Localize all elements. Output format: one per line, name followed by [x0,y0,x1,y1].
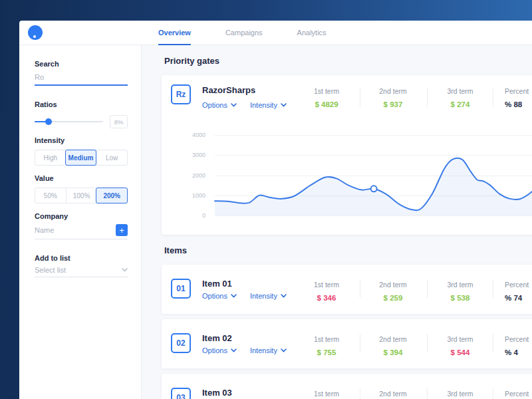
card-title: Item 03 [202,388,232,398]
search-input[interactable]: Ro [35,73,128,86]
item-card-03[interactable]: 03 Item 03 Options Intensity 1st t [162,374,532,399]
company-label: Company [35,212,128,220]
tab-campaigns[interactable]: Campaigns [225,21,263,45]
card-badge: 03 [171,388,191,399]
chevron-down-icon [231,348,237,352]
item-card-01[interactable]: 01 Item 01 Options Intensity 1st t [162,265,532,314]
intensity-dropdown[interactable]: Intensity [250,346,287,354]
chevron-down-icon [281,294,287,298]
term-label: 1st term [293,335,360,343]
intensity-label: Intensity [35,136,128,144]
chart-ytick-label: 3000 [171,152,205,158]
percent-label: Percent [505,335,532,343]
section-title-items: Items [164,245,532,255]
ratio-slider-thumb[interactable] [45,118,52,125]
percent-column: Percent % 4 [493,335,532,356]
term-label: 1st term [293,390,360,398]
options-dropdown-label: Options [202,292,227,300]
percent-value: % 74 [505,294,532,302]
percent-value: % 88 [505,100,532,108]
term-column-3: 3rd term [427,390,493,399]
options-dropdown-label: Options [202,346,227,354]
options-dropdown-label: Options [202,101,227,109]
chevron-down-icon [281,103,287,107]
percent-column: Percent [493,390,532,399]
ratio-value-box: 8% [110,115,128,128]
item-card-02[interactable]: 02 Item 02 Options Intensity 1st t [162,319,532,368]
term-label: 1st term [293,281,360,289]
main-content: Priority gates Rz RazorSharps Options In… [142,45,532,399]
intensity-dropdown-label: Intensity [250,346,277,354]
intensity-option-low[interactable]: Low [96,150,127,165]
value-option-50[interactable]: 50% [35,188,66,203]
company-input[interactable]: Name [35,226,54,234]
search-label: Search [35,60,128,68]
chart-ytick-label: 4000 [171,132,205,138]
term-column-1: 1st term [293,390,360,399]
intensity-option-medium[interactable]: Medium [65,150,97,166]
percent-label: Percent [505,390,532,398]
term-label: 2nd term [360,335,426,343]
term-column-1: 1st term $ 755 [293,335,360,356]
chevron-down-icon [122,268,128,272]
options-dropdown[interactable]: Options [202,101,237,109]
term-column-2: 2nd term $ 394 [360,335,426,356]
value-option-100[interactable]: 100% [66,188,97,203]
term-value: $ 394 [360,348,426,356]
options-dropdown[interactable]: Options [202,292,237,300]
company-input-row: Name + [35,224,128,239]
chevron-down-icon [231,294,237,298]
term-column-3: 3rd term $ 274 [427,87,493,108]
term-value: $ 538 [427,294,493,302]
term-value: $ 755 [293,348,360,356]
priority-card-razorsharps[interactable]: Rz RazorSharps Options Intensity 1 [162,75,532,235]
term-value: $ 274 [427,100,493,108]
card-title: Item 02 [202,333,232,343]
term-column-1: 1st term $ 346 [293,281,360,302]
percent-label: Percent [505,87,532,95]
options-dropdown[interactable]: Options [202,346,237,354]
term-label: 2nd term [360,87,426,95]
term-label: 3rd term [427,281,493,289]
chevron-down-icon [231,103,237,107]
card-badge: 01 [171,279,191,299]
term-label: 2nd term [360,390,426,398]
term-column-1: 1st term $ 4829 [293,87,360,108]
app-logo-icon[interactable] [28,25,43,40]
intensity-option-high[interactable]: High [35,150,66,165]
chart-ytick-label: 1000 [171,192,205,199]
add-company-button[interactable]: + [116,224,128,236]
main-nav: Overview Campaigns Analytics [158,21,532,45]
card-badge: Rz [171,84,191,104]
ratio-slider-track[interactable] [35,121,103,122]
add-to-list-placeholder: Select list [35,266,66,274]
percent-column: Percent % 88 [493,87,532,108]
filter-sidebar: Search Ro Ratios 8% Intensity High Mediu… [19,45,142,399]
intensity-dropdown[interactable]: Intensity [250,101,287,109]
intensity-dropdown[interactable]: Intensity [250,292,287,300]
term-column-2: 2nd term $ 259 [360,281,426,302]
intensity-segmented-control: High Medium Low [35,150,128,166]
term-label: 3rd term [427,390,493,398]
term-column-3: 3rd term $ 544 [427,335,493,356]
intensity-dropdown-label: Intensity [250,101,277,109]
card-title: RazorSharps [202,85,255,95]
app-panel: Overview Campaigns Analytics Search Ro R… [19,21,532,399]
card-title: Item 01 [202,279,232,289]
value-option-200[interactable]: 200% [96,188,128,203]
value-label: Value [35,174,128,182]
tab-overview[interactable]: Overview [158,21,191,45]
percent-column: Percent % 74 [493,281,532,302]
term-value: $ 937 [360,100,426,108]
percent-label: Percent [505,281,532,289]
priority-chart: 40003000200010000 [162,135,532,228]
add-to-list-select[interactable]: Select list [35,266,128,277]
percent-value: % 4 [505,348,532,356]
chevron-down-icon [281,348,287,352]
tab-analytics[interactable]: Analytics [297,21,327,45]
term-column-2: 2nd term [360,390,426,399]
ratios-label: Ratios [35,100,128,108]
chart-marker-point[interactable] [371,186,377,192]
line-chart[interactable] [215,135,532,216]
term-value: $ 259 [360,294,426,302]
